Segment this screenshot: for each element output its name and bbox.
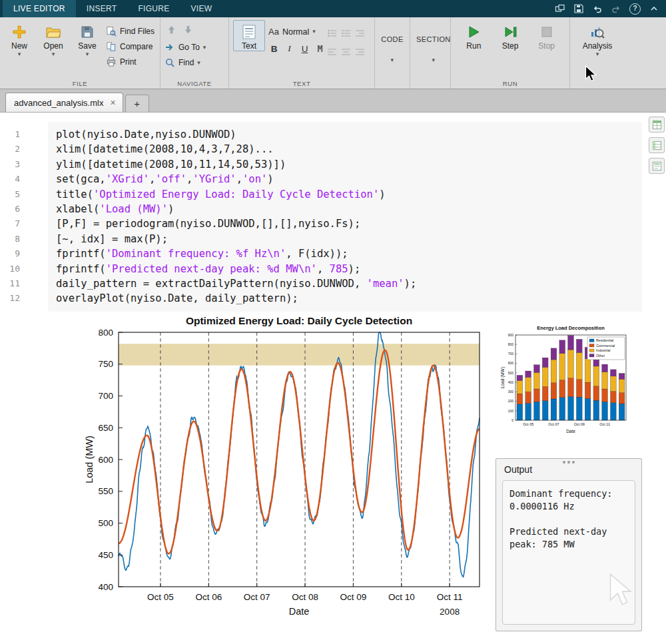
y-tick-label: 700 [98,391,113,401]
numbered-list-button[interactable] [342,28,353,39]
save-button[interactable]: Save ▾ [72,20,103,57]
windows-icon[interactable] [555,3,565,14]
text-style-dropdown[interactable]: Aa Normal ▾ [268,27,324,37]
bullet-list-button[interactable] [328,28,339,39]
new-label: New [11,41,27,51]
bar-segment [576,380,582,397]
step-button[interactable]: Step [497,20,524,51]
code-text: xlabel( [56,203,99,215]
print-button[interactable]: Print [106,57,155,67]
panel-resize-grip[interactable] [567,461,570,464]
code-line[interactable]: daily_pattern = extractDailyPattern(nyis… [56,276,634,291]
main-figure[interactable]: 400450500550600650700750800Oct 05Oct 06O… [83,314,485,629]
decomposition-chart-svg: 0100200300400500600700800900Oct 05Oct 07… [500,323,630,440]
stop-button[interactable]: Stop [533,20,560,51]
code-line[interactable]: xlabel('Load (MW)') [56,202,634,216]
new-tab-button[interactable]: + [125,95,149,112]
code-gallery-button[interactable]: CODE ▾ [375,35,409,71]
document-tab[interactable]: advanced_analysis.mlx × [5,93,123,112]
output-script-icon[interactable] [649,158,665,174]
x-tick-label: Oct 11 [437,592,463,602]
monospace-button[interactable]: M [316,43,324,54]
code-string: 'Load (MW)' [99,203,168,215]
run-button[interactable]: Run [460,20,488,51]
bar-segment [517,380,523,394]
line-number: 9 [0,246,24,261]
quick-access-toolbar: ? [555,0,666,17]
legend-label: Residential [596,338,613,342]
code-line[interactable]: ylim([datetime(2008,10,11,14,50,53)]) [56,157,634,172]
y-tick-label: 400 [98,582,113,592]
bar-segment [576,397,582,420]
bold-button[interactable]: B [270,44,278,54]
ribbon-tab-figure[interactable]: FIGURE [127,0,180,17]
code-line[interactable]: fprintf('Predicted next-day peak: %d MW\… [56,262,634,276]
watermark-cursor [607,573,638,610]
code-line[interactable]: [~, idx] = max(P); [56,232,634,246]
ribbon-tab-live-editor[interactable]: LIVE EDITOR [3,0,76,17]
open-button[interactable]: Open ▾ [38,20,69,57]
document-tab-bar: advanced_analysis.mlx × + [0,89,666,113]
text-button[interactable]: Text [233,20,265,51]
align-right-button[interactable] [356,47,367,58]
align-center-button[interactable] [342,47,353,58]
y-tick-label: 500 [98,518,113,528]
find-button[interactable]: Find ▾ [165,57,206,68]
navigate-up-button[interactable] [166,25,176,37]
code-line[interactable]: title('Optimized Energy Load: Daily Cycl… [56,187,634,202]
compare-label: Compare [120,42,153,51]
undo-icon[interactable] [592,3,603,14]
ribbon-section-navigate: Go To ▾ Find ▾ NAVIGATE [161,17,229,89]
line-number: 10 [0,262,24,276]
open-icon [45,24,61,40]
code-line[interactable]: fprintf('Dominant frequency: %f Hz\n', F… [56,246,634,261]
section-gallery-button[interactable]: SECTION ▾ [410,35,457,71]
y-tick-label: 450 [98,550,113,560]
bar-segment [525,392,531,403]
ribbon-tab-view[interactable]: VIEW [180,0,223,17]
find-files-button[interactable]: Find Files [106,26,155,37]
code-text: [~, idx] = max(P); [56,233,168,245]
navigate-down-button[interactable] [183,25,193,37]
output-line: peak: 785 MW [509,538,628,551]
bar-segment [568,378,574,397]
code-line[interactable]: [P,F] = periodogram(nyiso.DUNWOD,[],[],n… [56,216,634,231]
close-tab-icon[interactable]: × [110,97,115,108]
code-line[interactable]: set(gca,'XGrid','off','YGrid','on') [56,172,634,186]
goto-button[interactable]: Go To ▾ [165,42,206,53]
code-block[interactable]: plot(nyiso.Date,nyiso.DUNWOD)xlim([datet… [48,122,642,312]
bar-segment [602,364,608,372]
help-icon[interactable]: ? [629,3,641,15]
align-left-button[interactable] [328,47,339,58]
code-line[interactable]: plot(nyiso.Date,nyiso.DUNWOD) [56,127,634,142]
code-text: , [149,173,155,185]
indent-button[interactable] [356,28,367,39]
code-line[interactable]: overlayPlot(nyiso.Date, daily_pattern); [56,291,634,306]
bar-segment [559,398,565,420]
y-tick-label: 550 [98,486,113,496]
output-inline-icon[interactable] [649,117,665,133]
bar-segment [619,379,625,393]
code-string: 'YGrid' [192,173,236,185]
legend-swatch [589,344,594,348]
collapse-ribbon-icon[interactable] [649,3,659,14]
output-table-icon[interactable] [649,137,665,153]
bar-segment [585,359,591,383]
bar-segment [551,383,557,399]
underline-button[interactable]: U [300,44,309,54]
italic-button[interactable]: I [285,43,294,54]
y-tick-label: 600 [508,361,514,365]
code-string: 'off' [155,173,186,185]
code-text: fprintf( [56,263,106,275]
redo-icon[interactable] [611,3,621,14]
save-icon[interactable] [573,3,584,14]
analysis-button[interactable]: Analysis ▾ [579,20,616,57]
ribbon-tabs: LIVE EDITORINSERTFIGUREVIEW [3,0,222,17]
decomposition-figure[interactable]: 0100200300400500600700800900Oct 05Oct 07… [500,323,630,443]
x-axis-label: Date [566,429,575,434]
compare-button[interactable]: Compare [106,41,155,52]
ribbon-tab-insert[interactable]: INSERT [76,0,128,17]
new-button[interactable]: New ▾ [4,20,35,57]
x-tick-label: Oct 05 [147,592,174,602]
code-line[interactable]: xlim([datetime(2008,10,4,3,7,28)... [56,142,634,157]
